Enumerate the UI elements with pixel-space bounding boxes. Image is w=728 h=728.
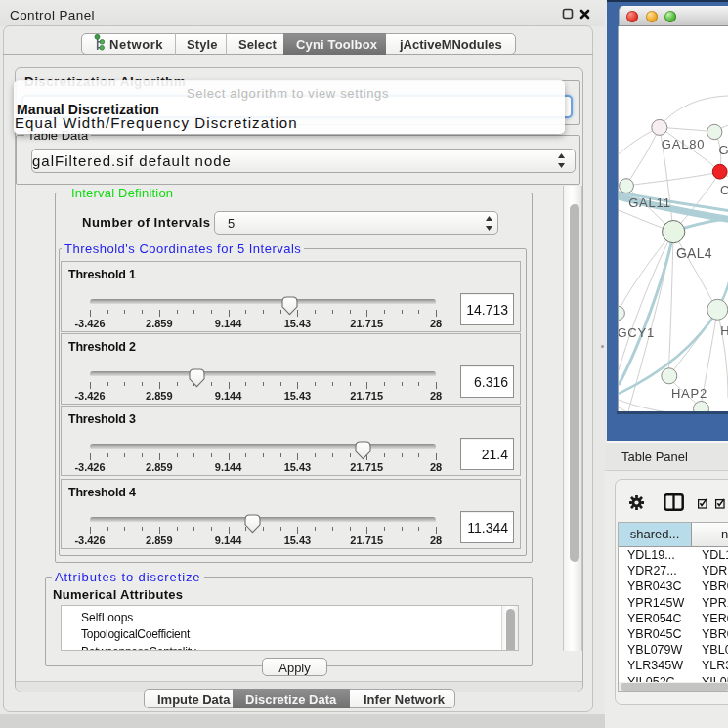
svg-text:GAL4: GAL4 (676, 245, 712, 261)
svg-text:GAL80: GAL80 (662, 137, 705, 151)
svg-text:C: C (720, 183, 728, 197)
svg-text:GCY1: GCY1 (619, 325, 655, 340)
svg-text:HAP2: HAP2 (671, 386, 707, 401)
svg-text:GAL11: GAL11 (628, 195, 671, 210)
svg-text:G.: G. (718, 143, 728, 157)
svg-text:H: H (720, 323, 728, 338)
